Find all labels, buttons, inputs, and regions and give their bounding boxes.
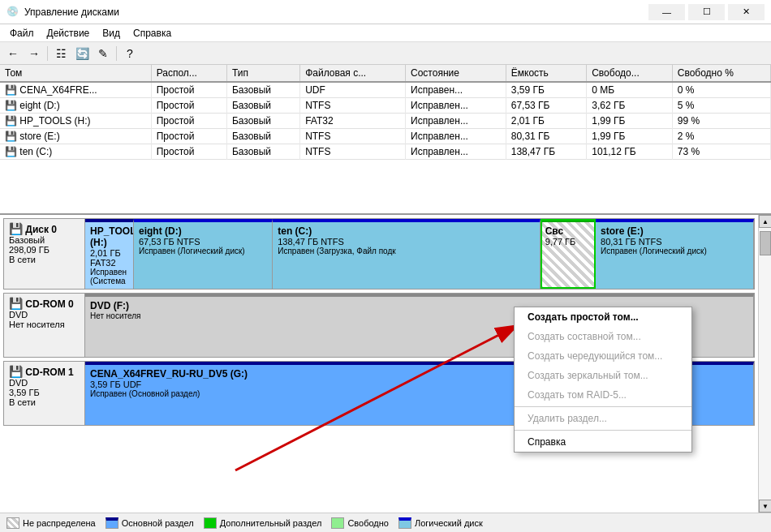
col-free[interactable]: Свободо... xyxy=(587,65,673,82)
partition[interactable]: Свс 9,77 ГБ xyxy=(541,219,596,289)
forward-button[interactable]: → xyxy=(24,45,44,62)
table-row[interactable]: 💾 CENA_X64FRE... Простой Базовый UDF Исп… xyxy=(0,82,771,98)
cell-volume: 💾 store (E:) xyxy=(0,129,151,144)
partition-size: 2,01 ГБ FAT32 xyxy=(90,248,128,268)
cell-volume: 💾 CENA_X64FRE... xyxy=(0,82,151,98)
table-row[interactable]: 💾 store (E:) Простой Базовый NTFS Исправ… xyxy=(0,129,771,144)
help-button[interactable]: ? xyxy=(120,45,140,62)
disk-size: 3,59 ГБ xyxy=(9,388,80,397)
partition[interactable]: eight (D:) 67,53 ГБ NTFS Исправен (Логич… xyxy=(134,219,273,289)
list-view-button[interactable]: ☷ xyxy=(51,45,71,62)
cell-free: 0 МБ xyxy=(587,82,673,98)
title-bar: 💿 Управление дисками — ☐ ✕ xyxy=(0,0,771,24)
disk-label-title: 💾 Диск 0 xyxy=(9,222,80,235)
settings-button[interactable]: ✎ xyxy=(93,45,113,62)
cell-fs: NTFS xyxy=(300,98,406,114)
back-button[interactable]: ← xyxy=(3,45,23,62)
context-menu-separator xyxy=(515,430,691,431)
legend-logical: Логический диск xyxy=(398,517,483,529)
cell-volume: 💾 ten (C:) xyxy=(0,144,151,160)
scroll-thumb[interactable] xyxy=(760,231,771,255)
col-capacity[interactable]: Ёмкость xyxy=(506,65,586,82)
col-volume[interactable]: Том xyxy=(0,65,151,82)
context-menu: Создать простой том...Создать составной … xyxy=(514,307,692,453)
col-free-pct[interactable]: Свободно % xyxy=(672,65,770,82)
disk-label-title: 💾 CD-ROM 1 xyxy=(9,365,80,378)
app-icon: 💿 xyxy=(6,6,19,19)
cell-type: Базовый xyxy=(226,129,299,144)
disk-type: DVD xyxy=(9,310,80,320)
partition[interactable]: HP_TOOLS (H:) 2,01 ГБ FAT32 Исправен (Си… xyxy=(85,219,134,289)
toolbar-sep-2 xyxy=(116,46,117,61)
context-menu-separator xyxy=(515,406,691,407)
cell-status: Исправлен... xyxy=(406,129,506,144)
legend-primary-label: Основной раздел xyxy=(122,518,194,528)
legend-free-label: Свободно xyxy=(347,518,389,528)
toolbar-sep-1 xyxy=(47,46,48,61)
close-button[interactable]: ✕ xyxy=(728,4,765,20)
col-fs[interactable]: Файловая с... xyxy=(300,65,406,82)
cell-free: 1,99 ГБ xyxy=(587,114,673,129)
cell-type: Базовый xyxy=(226,114,299,129)
disk-status: Нет носителя xyxy=(9,320,80,329)
cell-free: 1,99 ГБ xyxy=(587,129,673,144)
partition-size: 9,77 ГБ xyxy=(545,237,590,247)
partition[interactable]: ten (C:) 138,47 ГБ NTFS Исправен (Загруз… xyxy=(273,219,540,289)
col-type[interactable]: Тип xyxy=(226,65,299,82)
table-row[interactable]: 💾 eight (D:) Простой Базовый NTFS Исправ… xyxy=(0,98,771,114)
context-menu-item: Создать составной том... xyxy=(515,327,691,346)
legend-extended-color xyxy=(204,517,217,529)
cell-free-pct: 5 % xyxy=(672,98,770,114)
cell-free-pct: 99 % xyxy=(672,114,770,129)
main-content: Том Распол... Тип Файловая с... Состояни… xyxy=(0,65,771,532)
table-row[interactable]: 💾 ten (C:) Простой Базовый NTFS Исправле… xyxy=(0,144,771,160)
cell-fs: FAT32 xyxy=(300,114,406,129)
scroll-up-button[interactable]: ▲ xyxy=(759,215,771,228)
menu-help[interactable]: Справка xyxy=(127,26,178,41)
partition-size: 138,47 ГБ NTFS xyxy=(278,237,534,247)
refresh-button[interactable]: 🔄 xyxy=(72,45,92,62)
disk-partitions: HP_TOOLS (H:) 2,01 ГБ FAT32 Исправен (Си… xyxy=(85,219,754,289)
cell-capacity: 138,47 ГБ xyxy=(506,144,586,160)
legend-extended-label: Дополнительный раздел xyxy=(220,518,322,528)
disk-label: 💾 CD-ROM 1 DVD 3,59 ГБ В сети xyxy=(4,362,85,425)
table-row[interactable]: 💾 HP_TOOLS (H:) Простой Базовый FAT32 Ис… xyxy=(0,114,771,129)
partition-status: Исправен (Логический диск) xyxy=(601,247,748,255)
disk-status: В сети xyxy=(9,255,80,264)
scroll-track xyxy=(759,228,771,500)
col-status[interactable]: Состояние xyxy=(406,65,506,82)
partition-name: Свс xyxy=(545,225,590,237)
cell-fs: NTFS xyxy=(300,129,406,144)
window-title: Управление дисками xyxy=(24,6,648,18)
cell-type: Базовый xyxy=(226,98,299,114)
cell-capacity: 67,53 ГБ xyxy=(506,98,586,114)
cell-status: Исправлен... xyxy=(406,144,506,160)
partition-status: Исправен (Логический диск) xyxy=(139,247,267,255)
partition-status: Исправен (Загрузка, Файл подк xyxy=(278,247,534,255)
context-menu-item: Создать чередующийся том... xyxy=(515,346,691,366)
cell-status: Исправен... xyxy=(406,82,506,98)
col-location[interactable]: Распол... xyxy=(151,65,226,82)
cell-volume: 💾 eight (D:) xyxy=(0,98,151,114)
scroll-down-button[interactable]: ▼ xyxy=(759,500,771,513)
legend-primary-color xyxy=(106,517,118,529)
partition-name: ten (C:) xyxy=(278,225,534,237)
menu-file[interactable]: Файл xyxy=(3,26,41,41)
legend-extended: Дополнительный раздел xyxy=(204,517,322,529)
cell-fs: NTFS xyxy=(300,144,406,160)
minimize-button[interactable]: — xyxy=(648,4,685,20)
context-menu-item: Создать том RAID-5... xyxy=(515,385,691,405)
menu-bar: Файл Действие Вид Справка xyxy=(0,24,771,42)
partition[interactable]: store (E:) 80,31 ГБ NTFS Исправен (Логич… xyxy=(596,219,754,289)
menu-action[interactable]: Действие xyxy=(41,26,97,41)
menu-view[interactable]: Вид xyxy=(96,26,127,41)
legend-logical-label: Логический диск xyxy=(415,518,483,528)
cell-free-pct: 0 % xyxy=(672,82,770,98)
cell-location: Простой xyxy=(151,82,226,98)
maximize-button[interactable]: ☐ xyxy=(688,4,725,20)
disk-label: 💾 Диск 0 Базовый 298,09 ГБ В сети xyxy=(4,219,85,289)
table-header-row: Том Распол... Тип Файловая с... Состояни… xyxy=(0,65,771,82)
context-menu-item[interactable]: Справка xyxy=(515,432,691,452)
cell-free: 3,62 ГБ xyxy=(587,98,673,114)
context-menu-item[interactable]: Создать простой том... xyxy=(515,307,691,327)
